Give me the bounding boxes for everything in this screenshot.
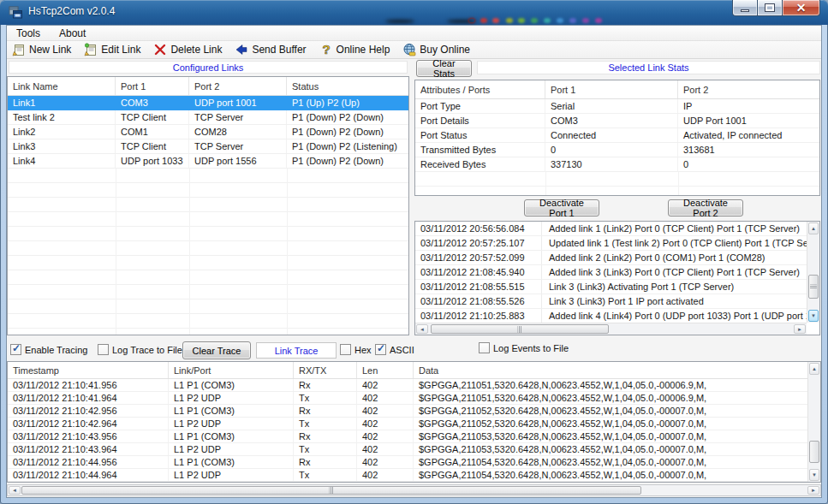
scroll-right-button[interactable]: ►: [807, 486, 819, 495]
column-header-attributes[interactable]: Attributes / Ports: [415, 80, 545, 98]
event-log-entry[interactable]: 03/11/2012 20:57:52.099 Added link 2 (Li…: [415, 251, 807, 265]
event-log-entry[interactable]: 03/11/2012 21:10:25.883 Added link 4 (Li…: [415, 309, 807, 323]
configured-links-empty-area: [8, 169, 408, 335]
stats-row[interactable]: Received Bytes 337130 0: [415, 157, 819, 172]
trace-hscroll-thumb[interactable]: [21, 486, 641, 495]
link-row[interactable]: Link1 COM3 UDP port 1001 P1 (Up) P2 (Up): [8, 96, 408, 110]
column-header-port1[interactable]: Port 1: [116, 77, 189, 95]
deactivate-port2-button[interactable]: Deactivate Port 2: [668, 199, 743, 216]
buy-online-button[interactable]: Buy Online: [402, 43, 470, 56]
stats-port1-cell: Connected: [545, 128, 678, 142]
close-icon: ✕: [796, 2, 807, 14]
event-log-hscroll-thumb[interactable]: [431, 324, 609, 334]
clear-trace-button[interactable]: Clear Trace: [182, 341, 251, 359]
ascii-checkbox[interactable]: ✓ ASCII: [375, 344, 414, 355]
stats-row[interactable]: Port Type Serial IP: [415, 99, 819, 114]
column-header-port2[interactable]: Port 2: [189, 77, 287, 95]
scroll-down-button[interactable]: ▼: [809, 469, 819, 481]
edit-link-button[interactable]: Edit Link: [84, 43, 140, 56]
link-row[interactable]: Link3 TCP Client TCP Server P1 (Down) P2…: [8, 139, 408, 154]
send-buffer-button[interactable]: Send Buffer: [235, 43, 306, 56]
trace-dir-cell: Tx: [294, 418, 357, 430]
column-header-data[interactable]: Data: [414, 362, 820, 378]
checkbox-box: ✓: [10, 344, 21, 355]
menu-tools[interactable]: Tools: [14, 27, 43, 40]
event-log-entry[interactable]: 03/11/2012 20:57:25.107 Updated link 1 (…: [415, 236, 807, 251]
column-header-len[interactable]: Len: [357, 362, 414, 378]
trace-row[interactable]: 03/11/2012 21:10:44.964 L1 P2 UDP Tx 402…: [8, 469, 807, 482]
stats-header: Attributes / Ports Port 1 Port 2: [415, 80, 819, 99]
link-row[interactable]: Link2 COM1 COM28 P1 (Down) P2 (Down): [8, 125, 408, 139]
minimize-button[interactable]: [732, 0, 758, 16]
column-header-stats-port2[interactable]: Port 2: [678, 80, 819, 98]
trace-row[interactable]: 03/11/2012 21:10:42.964 L1 P2 UDP Tx 402…: [8, 418, 807, 430]
trace-len-cell: 402: [357, 430, 414, 442]
ascii-label: ASCII: [390, 345, 414, 355]
column-header-stats-port1[interactable]: Port 1: [545, 80, 678, 98]
scroll-left-button[interactable]: ◄: [416, 324, 428, 334]
maximize-button[interactable]: [758, 0, 782, 16]
trace-link-cell: L1 P1 (COM3): [169, 430, 294, 442]
trace-rows: 03/11/2012 21:10:41.956 L1 P1 (COM3) Rx …: [8, 379, 807, 482]
stats-row[interactable]: Transmitted Bytes 0 313681: [415, 143, 819, 157]
title-bar[interactable]: HsTcp2Com v2.0.4 ✕: [0, 0, 828, 25]
event-message: Added link 1 (Link2) Port 0 (TCP Client)…: [542, 222, 807, 235]
log-events-checkbox[interactable]: ✓ Log Events to File: [479, 342, 569, 353]
link-port1-cell: COM1: [116, 125, 189, 139]
trace-row[interactable]: 03/11/2012 21:10:43.956 L1 P1 (COM3) Rx …: [8, 430, 807, 443]
link-row[interactable]: Link4 UDP port 1033 UDP port 1556 P1 (Do…: [8, 154, 408, 169]
menu-bar: Tools About: [7, 26, 821, 41]
scroll-up-button[interactable]: ▲: [808, 222, 819, 234]
event-log-entry[interactable]: 03/11/2012 20:56:56.084 Added link 1 (Li…: [415, 222, 807, 236]
column-header-timestamp[interactable]: Timestamp: [8, 362, 169, 378]
app-window: HsTcp2Com v2.0.4 ✕ Tools About New Link …: [0, 0, 828, 504]
event-timestamp: 03/11/2012 21:08:55.526: [415, 294, 542, 308]
scroll-left-button[interactable]: ◄: [9, 486, 21, 495]
enable-tracing-checkbox[interactable]: ✓ Enable Tracing: [10, 344, 87, 355]
trace-vertical-scrollbar[interactable]: ▲ ▼: [807, 362, 820, 482]
online-help-button[interactable]: ? Online Help: [319, 43, 390, 56]
trace-horizontal-scrollbar[interactable]: ◄ ►: [7, 484, 821, 496]
trace-data-cell: $GPGGA,211054,5320.6428,N,00623.4552,W,1…: [414, 469, 807, 481]
close-button[interactable]: ✕: [782, 0, 820, 16]
trace-timestamp-cell: 03/11/2012 21:10:42.956: [8, 405, 169, 417]
configured-links-title: Configured Links: [9, 61, 408, 74]
hex-checkbox[interactable]: ✓ Hex: [340, 344, 372, 355]
event-log-scroll-thumb[interactable]: [808, 275, 819, 299]
event-log-horizontal-scrollbar[interactable]: ◄ ►: [415, 323, 807, 335]
event-message: Link 3 (Link3) Port 1 IP port activated: [542, 294, 807, 308]
trace-scroll-thumb[interactable]: [809, 441, 819, 463]
delete-link-button[interactable]: Delete Link: [153, 43, 222, 56]
column-header-link-port[interactable]: Link/Port: [169, 362, 294, 378]
menu-about[interactable]: About: [57, 27, 88, 40]
trace-row[interactable]: 03/11/2012 21:10:42.956 L1 P1 (COM3) Rx …: [8, 405, 807, 418]
event-log-vertical-scrollbar[interactable]: ▲ ▼: [807, 222, 819, 323]
stats-row[interactable]: Port Status Connected Activated, IP conn…: [415, 128, 819, 143]
log-trace-checkbox[interactable]: ✓ Log Trace to File: [98, 344, 182, 355]
trace-row[interactable]: 03/11/2012 21:10:41.964 L1 P2 UDP Tx 402…: [8, 392, 807, 405]
new-link-button[interactable]: New Link: [12, 43, 71, 56]
column-header-rxtx[interactable]: RX/TX: [294, 362, 357, 378]
buy-online-label: Buy Online: [420, 44, 470, 56]
event-log-entry[interactable]: 03/11/2012 21:08:55.515 Link 3 (Link3) A…: [415, 280, 807, 294]
checkbox-box: ✓: [98, 344, 109, 355]
checkbox-box: ✓: [340, 344, 351, 355]
column-header-status[interactable]: Status: [287, 77, 408, 95]
column-header-link-name[interactable]: Link Name: [8, 77, 116, 95]
trace-row[interactable]: 03/11/2012 21:10:43.964 L1 P2 UDP Tx 402…: [8, 443, 807, 456]
event-log-entry[interactable]: 03/11/2012 21:08:55.526 Link 3 (Link3) P…: [415, 294, 807, 309]
trace-row[interactable]: 03/11/2012 21:10:41.956 L1 P1 (COM3) Rx …: [8, 379, 807, 392]
trace-link-cell: L1 P2 UDP: [169, 469, 294, 481]
scroll-up-button[interactable]: ▲: [809, 363, 819, 375]
trace-data-cell: $GPGGA,211052,5320.6428,N,00623.4552,W,1…: [414, 405, 807, 417]
scroll-right-button[interactable]: ►: [794, 324, 806, 334]
event-log-entry[interactable]: 03/11/2012 21:08:45.940 Added link 3 (Li…: [415, 265, 807, 280]
stats-row[interactable]: Port Details COM3 UDP Port 1001: [415, 114, 819, 128]
deactivate-port1-button[interactable]: Deactivate Port 1: [524, 199, 599, 216]
clear-stats-button[interactable]: Clear Stats: [416, 60, 472, 77]
link-row[interactable]: Test link 2 TCP Client TCP Server P1 (Do…: [8, 110, 408, 125]
trace-len-cell: 402: [357, 405, 414, 417]
trace-row[interactable]: 03/11/2012 21:10:44.956 L1 P1 (COM3) Rx …: [8, 456, 807, 469]
window-controls: ✕: [732, 0, 820, 16]
scroll-down-button[interactable]: ▼: [808, 310, 819, 322]
